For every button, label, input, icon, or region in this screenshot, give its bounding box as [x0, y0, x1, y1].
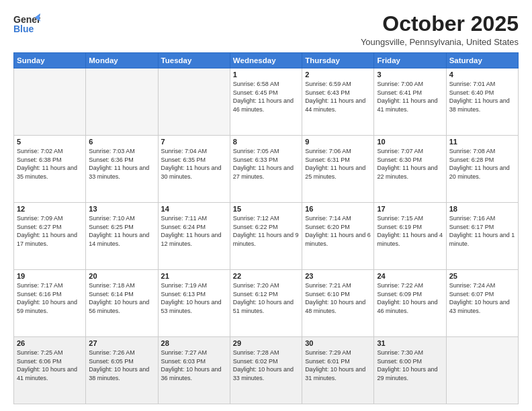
calendar-cell: 24Sunrise: 7:22 AM Sunset: 6:09 PM Dayli… [374, 270, 446, 337]
page: General Blue October 2025 Youngsville, P… [0, 0, 532, 411]
day-number: 25 [449, 272, 515, 280]
day-number: 12 [17, 205, 83, 213]
calendar-cell: 10Sunrise: 7:07 AM Sunset: 6:30 PM Dayli… [374, 136, 446, 203]
logo: General Blue [13, 12, 40, 36]
day-info: Sunrise: 7:25 AM Sunset: 6:06 PM Dayligh… [17, 349, 83, 382]
calendar-cell: 15Sunrise: 7:12 AM Sunset: 6:22 PM Dayli… [230, 203, 302, 270]
calendar-cell: 3Sunrise: 7:00 AM Sunset: 6:41 PM Daylig… [374, 68, 446, 136]
day-info: Sunrise: 7:27 AM Sunset: 6:03 PM Dayligh… [161, 349, 227, 382]
calendar-cell: 17Sunrise: 7:15 AM Sunset: 6:19 PM Dayli… [374, 203, 446, 270]
day-number: 28 [161, 339, 227, 347]
day-info: Sunrise: 7:22 AM Sunset: 6:09 PM Dayligh… [377, 281, 443, 315]
calendar-cell: 11Sunrise: 7:08 AM Sunset: 6:28 PM Dayli… [446, 136, 518, 203]
day-number: 13 [89, 205, 154, 213]
day-info: Sunrise: 7:14 AM Sunset: 6:20 PM Dayligh… [305, 214, 371, 248]
day-number: 30 [305, 339, 371, 347]
day-number: 22 [233, 272, 299, 280]
calendar-cell: 27Sunrise: 7:26 AM Sunset: 6:05 PM Dayli… [86, 337, 158, 404]
calendar-week-row: 5Sunrise: 7:02 AM Sunset: 6:38 PM Daylig… [14, 136, 519, 203]
day-info: Sunrise: 7:29 AM Sunset: 6:01 PM Dayligh… [305, 349, 371, 382]
calendar-cell: 18Sunrise: 7:16 AM Sunset: 6:17 PM Dayli… [446, 203, 518, 270]
day-info: Sunrise: 7:26 AM Sunset: 6:05 PM Dayligh… [89, 349, 154, 382]
calendar-cell [446, 337, 518, 404]
day-header-friday: Friday [374, 53, 446, 68]
day-info: Sunrise: 7:05 AM Sunset: 6:33 PM Dayligh… [233, 147, 299, 181]
calendar-cell: 4Sunrise: 7:01 AM Sunset: 6:40 PM Daylig… [446, 68, 518, 136]
day-number: 29 [233, 339, 299, 347]
day-header-wednesday: Wednesday [230, 53, 302, 68]
day-number: 10 [377, 138, 443, 146]
day-info: Sunrise: 7:30 AM Sunset: 6:00 PM Dayligh… [377, 349, 443, 382]
day-info: Sunrise: 7:02 AM Sunset: 6:38 PM Dayligh… [17, 147, 83, 181]
calendar-cell: 28Sunrise: 7:27 AM Sunset: 6:03 PM Dayli… [158, 337, 230, 404]
day-number: 7 [161, 138, 227, 146]
day-info: Sunrise: 7:01 AM Sunset: 6:40 PM Dayligh… [449, 80, 515, 113]
day-number: 24 [377, 272, 443, 280]
calendar-cell: 31Sunrise: 7:30 AM Sunset: 6:00 PM Dayli… [374, 337, 446, 404]
day-number: 2 [305, 71, 371, 79]
day-number: 19 [17, 272, 83, 280]
day-number: 15 [233, 205, 299, 213]
calendar-cell: 5Sunrise: 7:02 AM Sunset: 6:38 PM Daylig… [14, 136, 86, 203]
day-number: 18 [449, 205, 515, 213]
calendar-cell: 19Sunrise: 7:17 AM Sunset: 6:16 PM Dayli… [14, 270, 86, 337]
calendar-cell: 30Sunrise: 7:29 AM Sunset: 6:01 PM Dayli… [302, 337, 374, 404]
calendar-cell [14, 68, 86, 136]
day-number: 3 [377, 71, 443, 79]
day-info: Sunrise: 7:03 AM Sunset: 6:36 PM Dayligh… [89, 147, 154, 181]
day-info: Sunrise: 7:12 AM Sunset: 6:22 PM Dayligh… [233, 214, 299, 248]
day-header-monday: Monday [86, 53, 158, 68]
day-info: Sunrise: 6:58 AM Sunset: 6:45 PM Dayligh… [233, 80, 299, 113]
location: Youngsville, Pennsylvania, United States [361, 37, 519, 47]
day-header-thursday: Thursday [302, 53, 374, 68]
calendar-cell: 25Sunrise: 7:24 AM Sunset: 6:07 PM Dayli… [446, 270, 518, 337]
day-info: Sunrise: 6:59 AM Sunset: 6:43 PM Dayligh… [305, 80, 371, 113]
calendar-cell: 20Sunrise: 7:18 AM Sunset: 6:14 PM Dayli… [86, 270, 158, 337]
calendar-cell: 22Sunrise: 7:20 AM Sunset: 6:12 PM Dayli… [230, 270, 302, 337]
calendar-cell: 21Sunrise: 7:19 AM Sunset: 6:13 PM Dayli… [158, 270, 230, 337]
day-number: 31 [377, 339, 443, 347]
calendar-cell: 1Sunrise: 6:58 AM Sunset: 6:45 PM Daylig… [230, 68, 302, 136]
calendar-header-row: SundayMondayTuesdayWednesdayThursdayFrid… [14, 53, 519, 68]
day-info: Sunrise: 7:18 AM Sunset: 6:14 PM Dayligh… [89, 281, 154, 315]
day-info: Sunrise: 7:21 AM Sunset: 6:10 PM Dayligh… [305, 281, 371, 315]
day-number: 5 [17, 138, 83, 146]
day-number: 20 [89, 272, 154, 280]
day-number: 21 [161, 272, 227, 280]
day-info: Sunrise: 7:10 AM Sunset: 6:25 PM Dayligh… [89, 214, 154, 248]
day-number: 27 [89, 339, 154, 347]
calendar-cell: 16Sunrise: 7:14 AM Sunset: 6:20 PM Dayli… [302, 203, 374, 270]
svg-text:Blue: Blue [13, 24, 34, 34]
day-info: Sunrise: 7:06 AM Sunset: 6:31 PM Dayligh… [305, 147, 371, 181]
day-number: 14 [161, 205, 227, 213]
calendar-cell: 12Sunrise: 7:09 AM Sunset: 6:27 PM Dayli… [14, 203, 86, 270]
calendar-cell: 26Sunrise: 7:25 AM Sunset: 6:06 PM Dayli… [14, 337, 86, 404]
calendar-cell: 2Sunrise: 6:59 AM Sunset: 6:43 PM Daylig… [302, 68, 374, 136]
header: General Blue October 2025 Youngsville, P… [13, 12, 519, 47]
day-info: Sunrise: 7:16 AM Sunset: 6:17 PM Dayligh… [449, 214, 515, 248]
day-info: Sunrise: 7:17 AM Sunset: 6:16 PM Dayligh… [17, 281, 83, 315]
calendar-cell: 14Sunrise: 7:11 AM Sunset: 6:24 PM Dayli… [158, 203, 230, 270]
day-number: 17 [377, 205, 443, 213]
day-info: Sunrise: 7:11 AM Sunset: 6:24 PM Dayligh… [161, 214, 227, 248]
calendar-week-row: 19Sunrise: 7:17 AM Sunset: 6:16 PM Dayli… [14, 270, 519, 337]
day-info: Sunrise: 7:04 AM Sunset: 6:35 PM Dayligh… [161, 147, 227, 181]
day-info: Sunrise: 7:19 AM Sunset: 6:13 PM Dayligh… [161, 281, 227, 315]
calendar-cell: 23Sunrise: 7:21 AM Sunset: 6:10 PM Dayli… [302, 270, 374, 337]
month-title: October 2025 [361, 12, 519, 36]
day-info: Sunrise: 7:00 AM Sunset: 6:41 PM Dayligh… [377, 80, 443, 113]
calendar-cell: 7Sunrise: 7:04 AM Sunset: 6:35 PM Daylig… [158, 136, 230, 203]
day-info: Sunrise: 7:09 AM Sunset: 6:27 PM Dayligh… [17, 214, 83, 248]
day-info: Sunrise: 7:15 AM Sunset: 6:19 PM Dayligh… [377, 214, 443, 248]
calendar-table: SundayMondayTuesdayWednesdayThursdayFrid… [13, 52, 519, 404]
day-info: Sunrise: 7:20 AM Sunset: 6:12 PM Dayligh… [233, 281, 299, 315]
day-number: 11 [449, 138, 515, 146]
day-number: 9 [305, 138, 371, 146]
day-info: Sunrise: 7:07 AM Sunset: 6:30 PM Dayligh… [377, 147, 443, 181]
title-block: October 2025 Youngsville, Pennsylvania, … [361, 12, 519, 47]
calendar-cell: 6Sunrise: 7:03 AM Sunset: 6:36 PM Daylig… [86, 136, 158, 203]
day-header-sunday: Sunday [14, 53, 86, 68]
day-number: 8 [233, 138, 299, 146]
calendar-cell [158, 68, 230, 136]
calendar-cell: 29Sunrise: 7:28 AM Sunset: 6:02 PM Dayli… [230, 337, 302, 404]
